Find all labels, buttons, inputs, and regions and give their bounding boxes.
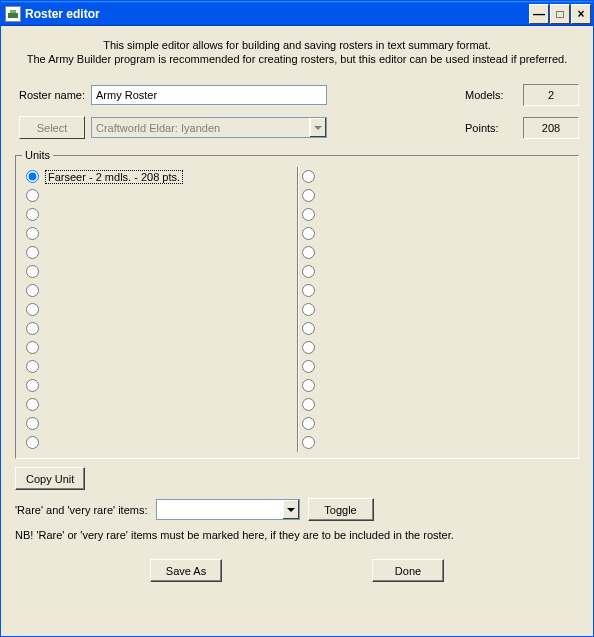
unit-radio[interactable] (302, 417, 315, 430)
unit-slot[interactable] (300, 376, 571, 395)
unit-radio[interactable] (302, 360, 315, 373)
close-button[interactable]: × (571, 4, 591, 24)
unit-radio[interactable] (302, 265, 315, 278)
unit-slot[interactable] (24, 357, 295, 376)
unit-radio[interactable] (26, 341, 39, 354)
client-area: This simple editor allows for building a… (1, 26, 593, 636)
unit-slot[interactable] (300, 224, 571, 243)
unit-radio[interactable] (302, 303, 315, 316)
maximize-button[interactable]: □ (550, 4, 570, 24)
unit-radio[interactable] (302, 284, 315, 297)
copy-unit-button[interactable]: Copy Unit (15, 467, 85, 490)
points-label: Points: (465, 122, 517, 134)
unit-slot[interactable] (24, 243, 295, 262)
unit-radio[interactable] (302, 341, 315, 354)
unit-radio[interactable] (302, 398, 315, 411)
unit-radio[interactable] (26, 170, 39, 183)
unit-radio[interactable] (26, 265, 39, 278)
unit-radio[interactable] (302, 170, 315, 183)
save-as-button[interactable]: Save As (150, 559, 222, 582)
svg-rect-1 (10, 10, 16, 13)
unit-slot[interactable] (24, 395, 295, 414)
unit-radio[interactable] (302, 322, 315, 335)
unit-radio[interactable] (302, 189, 315, 202)
rare-items-combo[interactable] (156, 499, 300, 520)
units-column-right (298, 167, 573, 452)
window-title: Roster editor (25, 7, 529, 21)
unit-slot[interactable] (300, 395, 571, 414)
models-label: Models: (465, 89, 517, 101)
unit-radio[interactable] (26, 303, 39, 316)
unit-radio[interactable] (26, 398, 39, 411)
unit-slot[interactable] (300, 319, 571, 338)
maximize-icon: □ (556, 7, 563, 21)
unit-slot[interactable] (24, 281, 295, 300)
minimize-icon: — (533, 7, 545, 21)
unit-radio[interactable] (26, 360, 39, 373)
unit-radio[interactable] (26, 322, 39, 335)
rare-items-row: 'Rare' and 'very rare' items: Toggle (15, 498, 579, 521)
app-icon (5, 6, 21, 22)
unit-slot[interactable] (24, 376, 295, 395)
unit-slot[interactable] (300, 414, 571, 433)
roster-name-input[interactable] (91, 85, 327, 105)
unit-slot[interactable] (24, 319, 295, 338)
bottom-buttons: Save As Done (15, 559, 579, 582)
unit-radio[interactable] (302, 246, 315, 259)
unit-slot[interactable] (300, 243, 571, 262)
caption-buttons: — □ × (529, 4, 591, 24)
unit-radio[interactable] (302, 436, 315, 449)
unit-radio[interactable] (302, 379, 315, 392)
done-button[interactable]: Done (372, 559, 444, 582)
intro-text: This simple editor allows for building a… (15, 38, 579, 66)
unit-radio[interactable] (26, 284, 39, 297)
unit-slot[interactable]: Farseer - 2 mdls. - 208 pts. (24, 167, 295, 186)
unit-slot[interactable] (300, 357, 571, 376)
unit-radio[interactable] (26, 208, 39, 221)
unit-radio[interactable] (302, 208, 315, 221)
titlebar: Roster editor — □ × (1, 1, 593, 26)
minimize-button[interactable]: — (529, 4, 549, 24)
close-icon: × (577, 7, 584, 21)
army-combo-dropdown-button (309, 118, 326, 137)
unit-radio[interactable] (26, 246, 39, 259)
roster-name-row: Roster name: Models: 2 (15, 84, 579, 106)
unit-slot[interactable] (300, 281, 571, 300)
unit-radio[interactable] (26, 436, 39, 449)
roster-editor-window: Roster editor — □ × This simple editor a… (0, 0, 594, 637)
unit-radio[interactable] (26, 417, 39, 430)
unit-slot[interactable] (24, 205, 295, 224)
copy-unit-row: Copy Unit (15, 467, 579, 490)
unit-slot[interactable] (300, 262, 571, 281)
rare-items-combo-value (157, 500, 282, 519)
unit-slot[interactable] (24, 300, 295, 319)
intro-line-1: This simple editor allows for building a… (15, 38, 579, 52)
unit-slot[interactable] (24, 186, 295, 205)
units-column-left: Farseer - 2 mdls. - 208 pts. (22, 167, 298, 452)
unit-slot[interactable] (300, 167, 571, 186)
unit-radio[interactable] (26, 379, 39, 392)
points-value: 208 (523, 117, 579, 139)
army-combo: Craftworld Eldar: Iyanden (91, 117, 327, 138)
unit-slot[interactable] (24, 262, 295, 281)
unit-slot[interactable] (24, 224, 295, 243)
unit-slot[interactable] (24, 433, 295, 452)
unit-slot[interactable] (300, 300, 571, 319)
unit-radio[interactable] (26, 227, 39, 240)
army-select-row: Select Craftworld Eldar: Iyanden Points:… (15, 116, 579, 139)
unit-radio[interactable] (302, 227, 315, 240)
unit-slot[interactable] (300, 338, 571, 357)
unit-radio[interactable] (26, 189, 39, 202)
roster-name-label: Roster name: (15, 89, 91, 101)
unit-slot[interactable] (300, 205, 571, 224)
units-legend: Units (22, 149, 53, 161)
unit-slot[interactable] (24, 414, 295, 433)
unit-slot[interactable] (300, 433, 571, 452)
unit-slot[interactable] (300, 186, 571, 205)
toggle-button[interactable]: Toggle (308, 498, 374, 521)
unit-slot[interactable] (24, 338, 295, 357)
rare-items-label: 'Rare' and 'very rare' items: (15, 504, 148, 516)
rare-items-note: NB! 'Rare' or 'very rare' items must be … (15, 529, 579, 541)
rare-items-dropdown-button[interactable] (282, 500, 299, 519)
unit-label: Farseer - 2 mdls. - 208 pts. (45, 170, 183, 184)
